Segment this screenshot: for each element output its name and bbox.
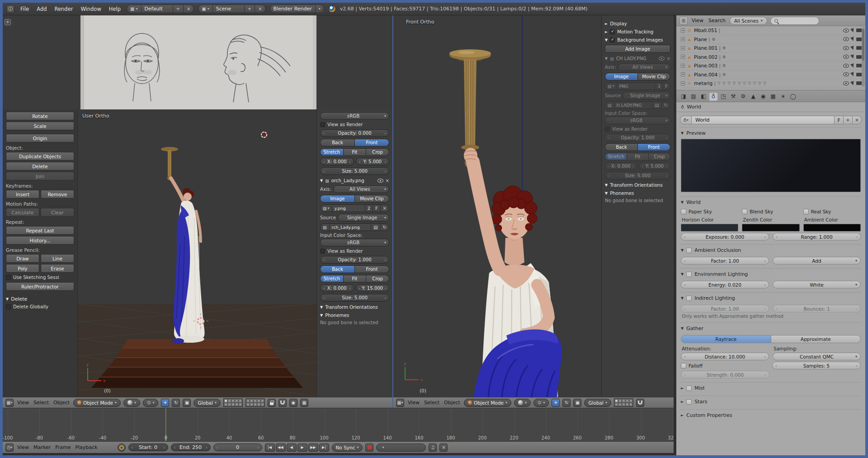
ambient-color-swatch[interactable] (803, 224, 861, 231)
new-world-button[interactable] (844, 116, 853, 124)
offset-x-field[interactable]: X: 0.000 (320, 158, 354, 165)
duplicate-objects-button[interactable]: Duplicate Objects (6, 152, 74, 161)
stretch-button[interactable]: Stretch (605, 153, 627, 161)
bg-image-panel-header[interactable]: orch_Lady.png (320, 178, 389, 183)
grease-line-button[interactable]: Line (41, 254, 74, 263)
outliner-row[interactable]: ◍ Mball.051 (676, 26, 865, 35)
browse-image-icon[interactable] (605, 83, 617, 90)
editor-type-3d-view-icon[interactable] (396, 399, 404, 407)
layout-delete-button[interactable] (184, 5, 193, 13)
manipulator-translate-icon[interactable]: + (161, 399, 169, 407)
preview-range-toggle[interactable] (118, 444, 126, 452)
mode-select[interactable]: Object Mode (73, 399, 121, 407)
visibility-eye-icon[interactable] (843, 55, 849, 59)
menu-object[interactable]: Object (52, 400, 71, 406)
browse-image-icon[interactable] (321, 205, 332, 212)
screen-layout-selector[interactable]: Default (127, 5, 194, 13)
viewport-shading-select[interactable] (514, 399, 531, 407)
selectability-cursor-icon[interactable] (850, 63, 855, 68)
front-button[interactable]: Front (355, 139, 389, 146)
transport-button[interactable]: ◀◀ (276, 444, 286, 452)
renderability-camera-icon[interactable] (856, 46, 862, 50)
outliner-row[interactable]: ⋔ metarig ▽ ▽ ▽ ▽ ▽ ▽ ▽ ▽ ▽ ▽ (676, 79, 865, 88)
world-name-field[interactable]: World (692, 116, 835, 124)
ambient-occlusion-checkbox[interactable] (686, 248, 692, 253)
visibility-eye-icon[interactable] (843, 28, 849, 33)
view-as-render-checkbox[interactable]: View as Render (320, 249, 389, 254)
snap-magnet-icon[interactable] (278, 399, 287, 407)
selectability-cursor-icon[interactable] (850, 54, 855, 59)
stretch-button[interactable]: Stretch (320, 275, 344, 283)
datablock-name[interactable]: y.png (332, 205, 366, 212)
reload-button[interactable] (662, 102, 670, 109)
grease-draw-button[interactable]: Draw (6, 254, 39, 263)
offset-y-field[interactable]: Y: 5.000 (639, 162, 671, 170)
viewport-shading-select[interactable] (123, 399, 140, 407)
size-field[interactable]: Size: 5.000 (605, 172, 670, 179)
layout-add-button[interactable] (173, 5, 184, 13)
render-opengl-anim-icon[interactable]: ▦ (300, 399, 308, 407)
manipulator-scale-icon[interactable]: ▣ (183, 399, 191, 407)
menu-view[interactable]: View (16, 444, 30, 450)
blend-sky-checkbox[interactable]: Blend Sky (742, 209, 799, 214)
opacity-slider[interactable]: Opacity: 1.000 (605, 134, 670, 142)
motion-tracking-panel-header[interactable]: Motion Tracking (605, 29, 670, 34)
offset-x-field[interactable]: X: 0.000 (320, 284, 354, 292)
users-count[interactable]: 3 (655, 83, 663, 90)
properties-tab[interactable]: ◧ (699, 92, 708, 101)
render-opengl-icon[interactable]: ◉ (289, 399, 297, 407)
grease-erase-button[interactable]: Erase (41, 264, 74, 273)
insert-keyframe-button[interactable]: Insert (6, 190, 39, 198)
calculate-paths-button[interactable]: Calculate (6, 208, 39, 217)
use-sketching-session-checkbox[interactable]: Use Sketching Sessi (6, 275, 74, 280)
object-name[interactable]: Mball.051 (694, 28, 720, 33)
back-button[interactable]: Back (605, 143, 638, 151)
visibility-eye-icon[interactable] (843, 64, 849, 68)
manipulator-translate-icon[interactable]: + (552, 399, 560, 407)
offset-x-field[interactable]: X: 0.000 (605, 162, 637, 170)
3d-viewport-canvas[interactable]: x y User Ortho (0) (78, 109, 316, 397)
fake-user-button[interactable]: F (373, 205, 380, 212)
delete-button[interactable]: Delete (6, 162, 74, 170)
join-button[interactable]: Join (6, 172, 74, 180)
menu-view[interactable]: View (691, 18, 704, 24)
properties-tab[interactable]: ◉ (759, 92, 768, 101)
menu-view[interactable]: View (16, 400, 30, 406)
end-frame-field[interactable]: End: 250 (171, 444, 211, 451)
custom-properties-panel-header[interactable]: Custom Properties (680, 410, 862, 420)
menu-frame[interactable]: Frame (54, 444, 71, 450)
phonemes-panel-header[interactable]: Phonemes (605, 191, 670, 196)
range-slider[interactable]: Range: 1.000 (773, 233, 861, 241)
expand-icon[interactable] (681, 81, 685, 85)
eye-icon[interactable] (377, 179, 383, 183)
attenuation-distance-field[interactable]: Distance: 10.000 (681, 353, 769, 360)
expand-icon[interactable] (681, 72, 685, 76)
close-icon[interactable] (667, 56, 670, 61)
renderability-camera-icon[interactable] (856, 55, 862, 59)
visibility-eye-icon[interactable] (843, 72, 849, 76)
selectability-cursor-icon[interactable] (850, 46, 855, 51)
keying-set-field[interactable] (376, 444, 426, 452)
env-color-select[interactable]: White (773, 281, 861, 288)
bg-image-panel-header[interactable]: CH LADY.PNG (605, 56, 670, 61)
menu-window[interactable]: Window (79, 6, 103, 12)
record-auto-keyframe-icon[interactable] (365, 444, 373, 452)
delete-panel-header[interactable]: Delete (6, 296, 74, 302)
transport-button[interactable]: ▶| (319, 444, 329, 452)
display-panel-header[interactable]: Display (605, 21, 670, 26)
start-frame-field[interactable]: Start: 0 (128, 444, 168, 451)
datablock-name[interactable]: PNG (617, 83, 656, 90)
open-file-button[interactable] (371, 224, 380, 231)
phonemes-panel-header[interactable]: Phonemes (320, 313, 389, 318)
image-tab[interactable]: Image (605, 73, 638, 80)
back-button[interactable]: Back (320, 139, 355, 146)
menu-select[interactable]: Select (33, 400, 50, 406)
selectability-cursor-icon[interactable] (850, 37, 855, 42)
manipulator-scale-icon[interactable]: ▣ (573, 399, 581, 407)
outliner-row[interactable]: ▲ Plane.003 ⚙ (676, 61, 865, 71)
properties-tab[interactable]: ⚙ (739, 92, 748, 101)
snap-magnet-icon[interactable] (636, 399, 644, 407)
outliner-row[interactable]: ▲ Plane ⚙ (676, 35, 865, 44)
colorspace-select[interactable]: sRGB (320, 239, 389, 246)
menu-render[interactable]: Render (53, 6, 75, 12)
